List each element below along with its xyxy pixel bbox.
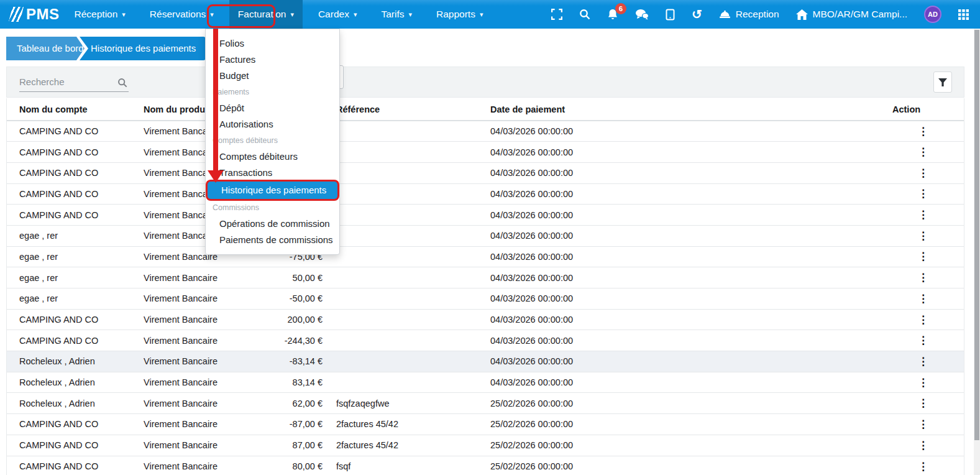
breadcrumb-dashboard[interactable]: Tableau de bord	[6, 37, 85, 60]
property-label: MBO/AR/GM Campi...	[813, 9, 907, 20]
table-row: CAMPING AND COVirement Bancaire04/03/202…	[7, 183, 964, 205]
search-input[interactable]	[19, 73, 129, 92]
home-icon	[796, 9, 808, 20]
row-actions-kebab-icon[interactable]: ⋮	[918, 440, 928, 451]
row-actions-kebab-icon[interactable]: ⋮	[918, 314, 928, 326]
table-row: CAMPING AND COVirement Bancaire80,00 €fs…	[7, 456, 964, 475]
facturation-dropdown: FoliosFacturesBudgetPaiementsDépôtAutori…	[205, 29, 340, 255]
scrollbar-thumb[interactable]	[974, 30, 979, 440]
table-row: CAMPING AND COVirement Bancaire04/03/202…	[7, 121, 964, 142]
table-row: egae , rerVirement Bancaire-50,00 €04/03…	[7, 288, 964, 310]
table-row: egae , rerVirement Bancaire04/03/2026 00…	[7, 225, 964, 246]
column-header: Action	[869, 98, 964, 121]
toolbar	[6, 67, 964, 98]
row-actions-kebab-icon[interactable]: ⋮	[918, 461, 928, 473]
dropdown-section-header: Comptes débiteurs	[206, 132, 339, 149]
chat-icon[interactable]	[635, 9, 649, 20]
row-actions-kebab-icon[interactable]: ⋮	[918, 209, 928, 221]
main-nav: Réception▾Réservations▾Facturation▾Carde…	[66, 0, 499, 29]
magnifier-icon	[117, 78, 127, 88]
dropdown-item[interactable]: Budget	[206, 68, 339, 84]
dropdown-section-header: Paiements	[206, 84, 339, 100]
nav-menu-cardex[interactable]: Cardex▾	[309, 0, 366, 29]
page: PMS Réception▾Réservations▾Facturation▾C…	[0, 0, 980, 475]
column-header: Référence	[323, 98, 490, 121]
row-actions-kebab-icon[interactable]: ⋮	[918, 126, 928, 137]
dropdown-item[interactable]: Dépôt	[206, 100, 339, 116]
table-row: Rocheleux , AdrienVirement Bancaire62,00…	[7, 393, 964, 414]
table-row: CAMPING AND COVirement Bancaire-87,00 €2…	[7, 414, 964, 435]
row-actions-kebab-icon[interactable]: ⋮	[918, 146, 928, 158]
history-icon[interactable]: ↺	[692, 9, 702, 20]
nav-menu-réservations[interactable]: Réservations▾	[141, 0, 222, 29]
row-actions-kebab-icon[interactable]: ⋮	[918, 230, 928, 242]
notifications-bell-icon[interactable]: 6	[607, 9, 618, 21]
dropdown-item[interactable]: Autorisations	[206, 116, 339, 132]
dropdown-item[interactable]: Opérations de commission	[206, 216, 339, 232]
table-row: egae , rerVirement Bancaire-75,00 €04/03…	[7, 246, 964, 267]
column-header: Date de paiement	[490, 98, 869, 121]
caret-down-icon: ▾	[480, 11, 483, 19]
table-row: egae , rerVirement Bancaire50,00 €04/03/…	[7, 267, 964, 288]
table-row: CAMPING AND COVirement Bancaire04/03/202…	[7, 142, 964, 163]
logo-stripes-icon	[9, 7, 24, 22]
tablet-icon[interactable]	[666, 9, 675, 21]
notification-badge: 6	[615, 3, 626, 14]
row-actions-kebab-icon[interactable]: ⋮	[918, 167, 928, 179]
row-actions-kebab-icon[interactable]: ⋮	[918, 418, 928, 430]
row-actions-kebab-icon[interactable]: ⋮	[918, 377, 928, 389]
row-actions-kebab-icon[interactable]: ⋮	[918, 397, 928, 409]
nav-menu-facturation[interactable]: Facturation▾	[229, 0, 303, 29]
vertical-scrollbar[interactable]	[974, 29, 980, 475]
nav-menu-rapports[interactable]: Rapports▾	[428, 0, 492, 29]
caret-down-icon: ▾	[290, 11, 294, 19]
dropdown-item[interactable]: Paiements de commissions	[206, 232, 339, 248]
dropdown-item[interactable]: Folios	[206, 35, 339, 52]
caret-down-icon: ▾	[210, 11, 214, 19]
caret-down-icon: ▾	[408, 11, 412, 19]
dropdown-section-header: Commissions	[206, 200, 339, 216]
table-row: Rocheleux , AdrienVirement Bancaire83,14…	[7, 372, 964, 393]
reception-bell-icon	[719, 10, 731, 19]
table-row: CAMPING AND COVirement Bancaire87,00 €2f…	[7, 435, 964, 456]
table-header-row: Nom du compteNom du produitRéférenceDate…	[7, 98, 964, 121]
table-row: CAMPING AND COVirement Bancaire-244,30 €…	[7, 330, 964, 351]
breadcrumb: Historique des paiements Tableau de bord	[0, 29, 980, 67]
payments-table-container: Nom du compteNom du produitRéférenceDate…	[6, 98, 964, 475]
caret-down-icon: ▾	[122, 11, 126, 19]
search-field	[19, 73, 129, 92]
search-icon[interactable]	[579, 9, 590, 20]
dropdown-item[interactable]: Transactions	[206, 165, 339, 181]
payments-table-body: CAMPING AND COVirement Bancaire04/03/202…	[7, 121, 964, 475]
app-logo[interactable]: PMS	[9, 6, 60, 23]
row-actions-kebab-icon[interactable]: ⋮	[918, 272, 928, 284]
row-actions-kebab-icon[interactable]: ⋮	[918, 251, 928, 262]
breadcrumb-current[interactable]: Historique des paiements	[76, 37, 206, 60]
fullscreen-icon[interactable]	[551, 9, 562, 20]
row-actions-kebab-icon[interactable]: ⋮	[918, 293, 928, 305]
table-row: CAMPING AND COVirement Bancaire200,00 €0…	[7, 309, 964, 330]
row-actions-kebab-icon[interactable]: ⋮	[918, 334, 928, 346]
column-header: Nom du compte	[7, 98, 144, 121]
avatar[interactable]: AD	[924, 6, 941, 23]
topbar: PMS Réception▾Réservations▾Facturation▾C…	[0, 0, 980, 29]
dropdown-item[interactable]: Historique des paiements	[208, 182, 337, 199]
dropdown-item[interactable]: Factures	[206, 52, 339, 68]
property-selector[interactable]: MBO/AR/GM Campi...	[796, 9, 907, 20]
nav-menu-tarifs[interactable]: Tarifs▾	[372, 0, 421, 29]
filter-funnel-icon	[938, 78, 947, 86]
reception-label: Reception	[736, 9, 779, 20]
payments-table: Nom du compteNom du produitRéférenceDate…	[7, 98, 964, 475]
dropdown-item[interactable]: Comptes débiteurs	[206, 149, 339, 165]
nav-menu-réception[interactable]: Réception▾	[66, 0, 134, 29]
row-actions-kebab-icon[interactable]: ⋮	[918, 356, 928, 367]
filter-button[interactable]	[933, 71, 952, 93]
topbar-right: 6 ↺ Reception	[551, 6, 980, 23]
caret-down-icon: ▾	[354, 11, 357, 19]
table-row: Rocheleux , AdrienVirement Bancaire-83,1…	[7, 351, 964, 372]
reception-selector[interactable]: Reception	[719, 9, 779, 20]
table-row: CAMPING AND COVirement Bancaire04/03/202…	[7, 162, 964, 183]
row-actions-kebab-icon[interactable]: ⋮	[918, 188, 928, 200]
logo-text: PMS	[26, 6, 60, 23]
apps-grid-icon[interactable]	[958, 9, 969, 20]
